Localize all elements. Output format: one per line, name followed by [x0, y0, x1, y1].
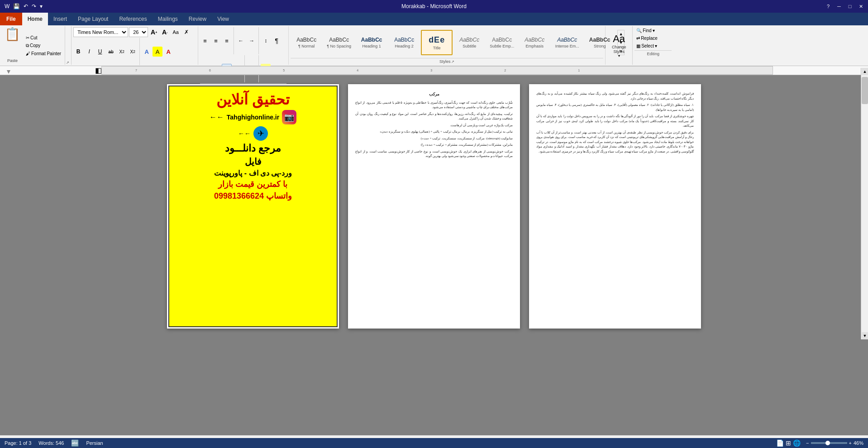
format-painter-label: Format Painter: [31, 51, 61, 56]
bullets-btn[interactable]: ≡: [200, 36, 210, 46]
change-case-btn[interactable]: Aa: [171, 27, 181, 37]
telegram-icon: ✈: [253, 126, 268, 141]
font-size-select[interactable]: 26: [129, 27, 148, 37]
style-subtle-emp[interactable]: AaBbCc Subtle Emp...: [486, 30, 518, 55]
maximize-btn[interactable]: □: [846, 3, 854, 10]
zoom-control: − + 46%: [806, 440, 863, 446]
telegram-row: ←← ✈: [238, 126, 268, 141]
tab-review[interactable]: Review: [183, 13, 212, 25]
select-button[interactable]: ▦ Select ▾: [634, 43, 672, 49]
multilevel-btn[interactable]: ≡: [222, 36, 232, 46]
clear-format-btn[interactable]: ✗: [181, 27, 191, 37]
page2-para3: نباتی به ترکیب (مثل از سنگریزه، برمال، ب…: [355, 129, 513, 134]
style-title[interactable]: dEe Title: [421, 30, 453, 55]
change-styles-button[interactable]: Aa Change Styles ▾: [606, 26, 633, 65]
sort-btn[interactable]: ↕: [261, 36, 271, 46]
style-emphasis[interactable]: AaBbCc Emphasis: [519, 30, 550, 55]
style-h1-preview: AaBbCc: [361, 37, 382, 43]
redo-qat-btn[interactable]: ↷: [31, 2, 37, 10]
scroll-thumb[interactable]: [862, 77, 868, 104]
clipboard-group: 📋 Paste ✂ Cut ⧉ Copy 🖌 Format Painter Cl…: [0, 26, 65, 65]
format-painter-button[interactable]: 🖌 Format Painter: [25, 51, 62, 57]
find-label: Find: [643, 28, 651, 33]
text-highlight-btn[interactable]: A: [153, 47, 162, 57]
tab-pagelayout[interactable]: Page Layout: [72, 13, 114, 25]
replace-button[interactable]: ⇄ Replace: [634, 35, 672, 42]
style-no-spacing[interactable]: AaBbCc ¶ No Spacing: [323, 30, 355, 55]
font-row1: Times New Rom... 26 A+ A- Aa ✗: [73, 27, 196, 37]
copy-button[interactable]: ⧉ Copy: [25, 43, 62, 49]
font-color-btn[interactable]: A: [163, 47, 173, 57]
print-layout-btn[interactable]: 📄: [776, 439, 784, 447]
status-bar: Page: 1 of 3 Words: 546 🔤 Persian 📄 ⊞ 🌐 …: [0, 438, 868, 448]
copy-icon: ⧉: [26, 43, 29, 48]
undo-qat-btn[interactable]: ↶: [23, 2, 29, 10]
style-normal[interactable]: AaBbCc ¶ Normal: [291, 30, 322, 55]
show-marks-btn[interactable]: ¶: [272, 36, 281, 46]
subscript-btn[interactable]: X2: [117, 47, 127, 57]
page2-para6: مرکب خوش‌نویسی از هنرهای ابزاری یک خوش‌ن…: [355, 149, 513, 159]
style-heading1[interactable]: AaBbCc Heading 1: [356, 30, 387, 55]
styles-expand-icon[interactable]: ↗: [451, 60, 454, 64]
advert-sub2: فایل: [245, 156, 262, 167]
window-title: Morakkab - Microsoft Word: [401, 3, 467, 10]
indent-decrease-btn[interactable]: ←: [236, 36, 246, 46]
tab-home[interactable]: Home: [22, 13, 48, 25]
style-subtleemp-preview: AaBbCc: [492, 37, 512, 43]
language-indicator[interactable]: Persian: [86, 440, 103, 446]
word-icon: W: [4, 2, 10, 10]
tab-insert[interactable]: Insert: [48, 13, 72, 25]
underline-btn[interactable]: U: [95, 47, 105, 57]
format-painter-icon: 🖌: [26, 51, 30, 56]
text-effects-btn[interactable]: A: [142, 47, 152, 57]
paragraph-group: ≡ ≡ ≡ ← → ↕ ¶ ≡ ≡ ≡ ≡ ≡ A □ Paragraph ↗: [198, 26, 289, 65]
document-area: تحقیق آنلاین ←← Tahghighonline.ir 📷 ←← ✈…: [0, 75, 868, 435]
minimize-btn[interactable]: ─: [835, 3, 843, 10]
paste-button[interactable]: 📋 Paste: [2, 27, 23, 64]
fullscreen-btn[interactable]: ⊞: [786, 439, 791, 447]
tab-references[interactable]: References: [114, 13, 152, 25]
spell-check-icon[interactable]: 🔤: [71, 439, 79, 447]
style-heading2[interactable]: AaBbCc Heading 2: [388, 30, 420, 55]
indent-increase-btn[interactable]: →: [247, 36, 257, 46]
clipboard-launcher[interactable]: ↗: [65, 26, 72, 65]
font-grow-btn[interactable]: A+: [149, 27, 159, 37]
font-family-select[interactable]: Times New Rom...: [73, 27, 128, 37]
ruler-left-margin-icon[interactable]: ◧: [95, 66, 101, 75]
select-icon: ▦: [636, 43, 640, 48]
advert-phone: واتساپ 09981366624: [214, 191, 292, 201]
save-qat-btn[interactable]: 💾: [12, 2, 21, 10]
style-subtitle[interactable]: AaBbCc Subtitle: [453, 30, 485, 55]
superscript-btn[interactable]: X2: [128, 47, 138, 57]
scroll-up-btn[interactable]: ▲: [862, 68, 868, 75]
help-icon[interactable]: ?: [825, 3, 832, 10]
zoom-in-btn[interactable]: +: [849, 440, 852, 446]
customize-qat-btn[interactable]: ▾: [39, 2, 43, 10]
style-intense-emp[interactable]: AaBbCc Intense Em...: [551, 30, 583, 55]
clipboard-expand-icon: ↗: [66, 61, 69, 65]
cut-button[interactable]: ✂ Cut: [25, 35, 62, 41]
web-layout-btn[interactable]: 🌐: [793, 439, 801, 447]
font-divider: [139, 38, 140, 65]
zoom-out-btn[interactable]: −: [806, 440, 809, 446]
close-btn[interactable]: ✕: [857, 3, 864, 10]
tab-mailings[interactable]: Mailings: [153, 13, 183, 25]
styles-row: AaBbCc ¶ Normal AaBbCc ¶ No Spacing AaBb…: [291, 27, 603, 58]
italic-btn[interactable]: I: [84, 47, 94, 57]
arrows2: ←←: [238, 130, 251, 137]
tab-file[interactable]: File: [0, 13, 22, 25]
vertical-scrollbar[interactable]: ▲ ▼: [861, 68, 868, 339]
style-nospacing-preview: AaBbCc: [329, 37, 349, 43]
page2-para4: سابوکیت (sāmyogit): مرکب، از سنسکریت، سن…: [355, 136, 513, 141]
numbering-btn[interactable]: ≡: [211, 36, 221, 46]
font-shrink-btn[interactable]: A-: [160, 27, 170, 37]
strikethrough-btn[interactable]: ab: [106, 47, 116, 57]
advert-title: تحقیق آنلاین: [216, 91, 290, 108]
style-emphasis-label: Emphasis: [525, 44, 544, 48]
word-count: Words: 546: [38, 440, 64, 446]
tab-view[interactable]: View: [212, 13, 234, 25]
zoom-slider[interactable]: [811, 442, 847, 444]
scroll-down-btn[interactable]: ▼: [862, 332, 868, 339]
bold-btn[interactable]: B: [73, 47, 83, 57]
find-button[interactable]: 🔍 Find ▾: [634, 27, 672, 34]
